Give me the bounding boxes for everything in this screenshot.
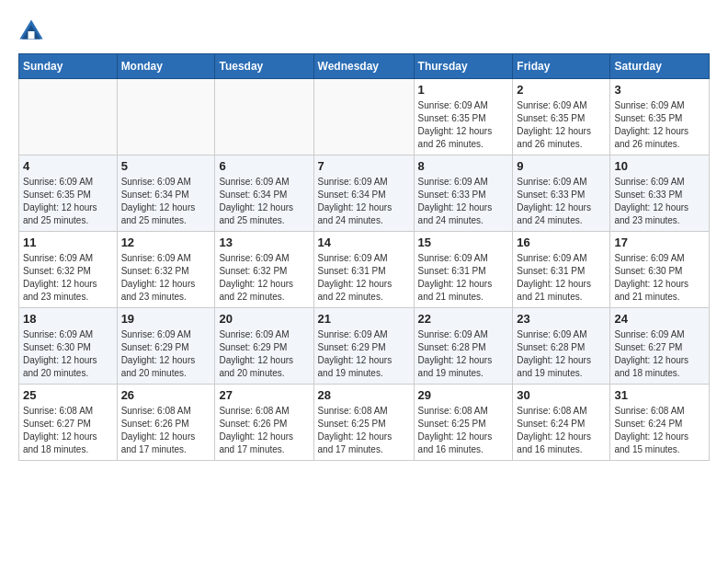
calendar-cell: 26Sunrise: 6:08 AM Sunset: 6:26 PM Dayli… — [117, 385, 215, 461]
day-info: Sunrise: 6:09 AM Sunset: 6:33 PM Dayligh… — [614, 176, 705, 227]
day-number: 18 — [23, 312, 113, 326]
calendar-cell: 16Sunrise: 6:09 AM Sunset: 6:31 PM Dayli… — [513, 232, 610, 308]
day-info: Sunrise: 6:09 AM Sunset: 6:28 PM Dayligh… — [517, 328, 606, 380]
day-info: Sunrise: 6:09 AM Sunset: 6:34 PM Dayligh… — [121, 176, 211, 227]
calendar-header-row: SundayMondayTuesdayWednesdayThursdayFrid… — [19, 54, 710, 79]
day-info: Sunrise: 6:08 AM Sunset: 6:24 PM Dayligh… — [517, 405, 606, 456]
calendar-week-row: 1Sunrise: 6:09 AM Sunset: 6:35 PM Daylig… — [19, 79, 710, 155]
calendar-cell: 1Sunrise: 6:09 AM Sunset: 6:35 PM Daylig… — [414, 79, 513, 155]
day-number: 9 — [517, 159, 606, 173]
calendar-cell: 28Sunrise: 6:08 AM Sunset: 6:25 PM Dayli… — [313, 385, 414, 461]
day-number: 6 — [219, 159, 309, 173]
calendar-week-row: 18Sunrise: 6:09 AM Sunset: 6:30 PM Dayli… — [19, 308, 710, 385]
day-info: Sunrise: 6:09 AM Sunset: 6:28 PM Dayligh… — [418, 328, 509, 380]
day-number: 10 — [614, 159, 705, 173]
calendar-cell: 22Sunrise: 6:09 AM Sunset: 6:28 PM Dayli… — [414, 308, 513, 385]
day-of-week-header: Monday — [117, 54, 215, 79]
day-info: Sunrise: 6:08 AM Sunset: 6:25 PM Dayligh… — [418, 405, 509, 456]
calendar-week-row: 11Sunrise: 6:09 AM Sunset: 6:32 PM Dayli… — [19, 232, 710, 308]
calendar-cell: 27Sunrise: 6:08 AM Sunset: 6:26 PM Dayli… — [215, 385, 313, 461]
calendar-table: SundayMondayTuesdayWednesdayThursdayFrid… — [18, 53, 710, 461]
calendar-cell: 3Sunrise: 6:09 AM Sunset: 6:35 PM Daylig… — [610, 79, 710, 155]
logo-icon — [18, 18, 44, 44]
day-number: 29 — [418, 388, 509, 402]
day-number: 8 — [418, 159, 509, 173]
day-number: 19 — [121, 312, 211, 326]
calendar-cell: 18Sunrise: 6:09 AM Sunset: 6:30 PM Dayli… — [19, 308, 118, 385]
day-info: Sunrise: 6:09 AM Sunset: 6:30 PM Dayligh… — [614, 252, 705, 304]
day-number: 17 — [614, 236, 705, 249]
day-info: Sunrise: 6:09 AM Sunset: 6:31 PM Dayligh… — [418, 252, 509, 304]
day-info: Sunrise: 6:09 AM Sunset: 6:34 PM Dayligh… — [219, 176, 309, 227]
calendar-cell: 21Sunrise: 6:09 AM Sunset: 6:29 PM Dayli… — [313, 308, 414, 385]
day-number: 11 — [23, 236, 113, 249]
calendar-cell: 7Sunrise: 6:09 AM Sunset: 6:34 PM Daylig… — [313, 155, 414, 232]
day-info: Sunrise: 6:09 AM Sunset: 6:32 PM Dayligh… — [23, 252, 113, 304]
day-info: Sunrise: 6:08 AM Sunset: 6:24 PM Dayligh… — [614, 405, 705, 456]
calendar-week-row: 4Sunrise: 6:09 AM Sunset: 6:35 PM Daylig… — [19, 155, 710, 232]
calendar-cell: 30Sunrise: 6:08 AM Sunset: 6:24 PM Dayli… — [513, 385, 610, 461]
day-info: Sunrise: 6:09 AM Sunset: 6:35 PM Dayligh… — [23, 176, 113, 227]
calendar-cell: 11Sunrise: 6:09 AM Sunset: 6:32 PM Dayli… — [19, 232, 118, 308]
svg-rect-2 — [28, 31, 35, 39]
day-number: 12 — [121, 236, 211, 249]
calendar-cell: 14Sunrise: 6:09 AM Sunset: 6:31 PM Dayli… — [313, 232, 414, 308]
day-number: 13 — [219, 236, 309, 249]
day-info: Sunrise: 6:09 AM Sunset: 6:31 PM Dayligh… — [517, 252, 606, 304]
calendar-cell: 9Sunrise: 6:09 AM Sunset: 6:33 PM Daylig… — [513, 155, 610, 232]
day-info: Sunrise: 6:09 AM Sunset: 6:29 PM Dayligh… — [318, 328, 410, 380]
day-info: Sunrise: 6:09 AM Sunset: 6:31 PM Dayligh… — [318, 252, 410, 304]
calendar-cell: 15Sunrise: 6:09 AM Sunset: 6:31 PM Dayli… — [414, 232, 513, 308]
day-info: Sunrise: 6:09 AM Sunset: 6:32 PM Dayligh… — [121, 252, 211, 304]
calendar-cell: 2Sunrise: 6:09 AM Sunset: 6:35 PM Daylig… — [513, 79, 610, 155]
day-number: 30 — [517, 388, 606, 402]
day-info: Sunrise: 6:09 AM Sunset: 6:35 PM Dayligh… — [418, 99, 509, 151]
day-number: 25 — [23, 388, 113, 402]
calendar-cell: 19Sunrise: 6:09 AM Sunset: 6:29 PM Dayli… — [117, 308, 215, 385]
calendar-week-row: 25Sunrise: 6:08 AM Sunset: 6:27 PM Dayli… — [19, 385, 710, 461]
day-number: 14 — [318, 236, 410, 249]
day-info: Sunrise: 6:09 AM Sunset: 6:33 PM Dayligh… — [418, 176, 509, 227]
day-of-week-header: Sunday — [19, 54, 118, 79]
day-info: Sunrise: 6:09 AM Sunset: 6:35 PM Dayligh… — [517, 99, 606, 151]
calendar-cell: 5Sunrise: 6:09 AM Sunset: 6:34 PM Daylig… — [117, 155, 215, 232]
day-number: 28 — [318, 388, 410, 402]
calendar-cell: 8Sunrise: 6:09 AM Sunset: 6:33 PM Daylig… — [414, 155, 513, 232]
day-info: Sunrise: 6:08 AM Sunset: 6:25 PM Dayligh… — [318, 405, 410, 456]
logo — [18, 18, 48, 44]
day-number: 27 — [219, 388, 309, 402]
page-header — [18, 18, 710, 44]
day-number: 23 — [517, 312, 606, 326]
calendar-cell — [117, 79, 215, 155]
day-number: 5 — [121, 159, 211, 173]
calendar-cell: 25Sunrise: 6:08 AM Sunset: 6:27 PM Dayli… — [19, 385, 118, 461]
calendar-cell: 24Sunrise: 6:09 AM Sunset: 6:27 PM Dayli… — [610, 308, 710, 385]
calendar-cell — [313, 79, 414, 155]
calendar-cell — [215, 79, 313, 155]
day-of-week-header: Friday — [513, 54, 610, 79]
day-info: Sunrise: 6:09 AM Sunset: 6:35 PM Dayligh… — [614, 99, 705, 151]
calendar-cell — [19, 79, 118, 155]
calendar-cell: 12Sunrise: 6:09 AM Sunset: 6:32 PM Dayli… — [117, 232, 215, 308]
day-of-week-header: Wednesday — [313, 54, 414, 79]
day-info: Sunrise: 6:09 AM Sunset: 6:30 PM Dayligh… — [23, 328, 113, 380]
calendar-cell: 31Sunrise: 6:08 AM Sunset: 6:24 PM Dayli… — [610, 385, 710, 461]
day-number: 20 — [219, 312, 309, 326]
calendar-cell: 17Sunrise: 6:09 AM Sunset: 6:30 PM Dayli… — [610, 232, 710, 308]
calendar-cell: 10Sunrise: 6:09 AM Sunset: 6:33 PM Dayli… — [610, 155, 710, 232]
day-of-week-header: Thursday — [414, 54, 513, 79]
day-number: 3 — [614, 83, 705, 97]
day-number: 2 — [517, 83, 606, 97]
day-info: Sunrise: 6:09 AM Sunset: 6:27 PM Dayligh… — [614, 328, 705, 380]
day-number: 4 — [23, 159, 113, 173]
day-info: Sunrise: 6:09 AM Sunset: 6:33 PM Dayligh… — [517, 176, 606, 227]
day-info: Sunrise: 6:08 AM Sunset: 6:26 PM Dayligh… — [121, 405, 211, 456]
day-number: 7 — [318, 159, 410, 173]
day-info: Sunrise: 6:08 AM Sunset: 6:27 PM Dayligh… — [23, 405, 113, 456]
day-number: 26 — [121, 388, 211, 402]
calendar-cell: 20Sunrise: 6:09 AM Sunset: 6:29 PM Dayli… — [215, 308, 313, 385]
day-info: Sunrise: 6:09 AM Sunset: 6:34 PM Dayligh… — [318, 176, 410, 227]
calendar-cell: 29Sunrise: 6:08 AM Sunset: 6:25 PM Dayli… — [414, 385, 513, 461]
day-number: 22 — [418, 312, 509, 326]
calendar-cell: 6Sunrise: 6:09 AM Sunset: 6:34 PM Daylig… — [215, 155, 313, 232]
